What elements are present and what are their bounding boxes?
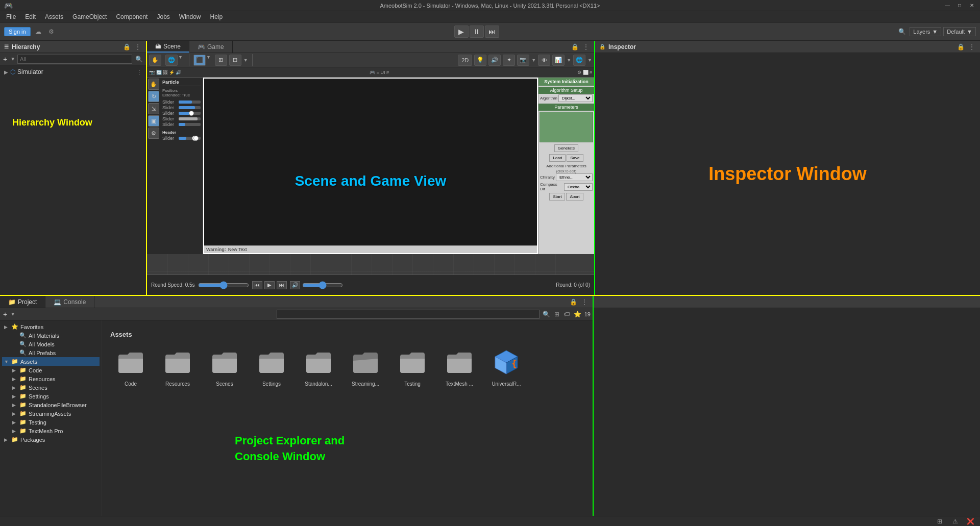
menu-file[interactable]: File [2,12,20,21]
vt-select[interactable]: ▣ [148,115,159,127]
hierarchy-search-input[interactable] [17,55,132,64]
asset-settings[interactable]: Settings [251,346,292,387]
hierarchy-item-more[interactable]: ⋮ [137,69,142,75]
tree-standalone[interactable]: ▶ 📁 StandaloneFileBrowser [2,400,100,409]
tree-testing[interactable]: ▶ 📁 Testing [2,418,100,427]
game-tab[interactable]: 🎮 Game [189,41,233,53]
vt-scale[interactable]: ⇲ [148,103,159,114]
load-btn[interactable]: Load [549,154,566,162]
vt-hand[interactable]: ✋ [148,79,159,90]
project-tab[interactable]: 📁 Project [0,296,45,308]
tree-packages[interactable]: ▶ 📁 Packages [2,435,100,444]
close-btn[interactable]: ✕ [968,2,976,9]
tree-code[interactable]: ▶ 📁 Code [2,366,100,374]
tree-settings[interactable]: ▶ 📁 Settings [2,392,100,400]
tree-all-prefabs[interactable]: 🔍 All Prefabs [2,348,100,357]
tree-streaming[interactable]: ▶ 📁 StreamingAssets [2,409,100,418]
project-fav-btn[interactable]: ⭐ [573,311,582,318]
tree-all-models[interactable]: 🔍 All Models [2,340,100,348]
menu-jobs[interactable]: Jobs [153,12,174,21]
asset-code[interactable]: Code [110,346,151,387]
tool-grid[interactable]: ⊞ [215,55,227,66]
search-icon[interactable]: 🔍 [896,27,908,37]
hierarchy-add-dropdown[interactable]: ▼ [10,56,15,62]
tool-align[interactable]: ⊟ [229,55,241,66]
tree-textmesh[interactable]: ▶ 📁 TextMesh Pro [2,427,100,435]
tool-render[interactable]: 📊 [552,55,565,66]
settings-icon[interactable]: ⚙ [46,27,57,37]
save-btn[interactable]: Save [567,154,583,162]
project-lock-btn[interactable]: 🔒 [569,298,578,306]
scene-tab[interactable]: 🏔 Scene [147,41,189,53]
round-last-btn[interactable]: ⏭ [277,281,287,289]
pause-button[interactable]: ⏸ [470,26,484,38]
tool-globe-dropdown[interactable]: ▼ [178,55,183,66]
scene-more-btn[interactable]: ⋮ [582,43,590,51]
tree-resources[interactable]: ▶ 📁 Resources [2,374,100,383]
project-search-btn[interactable]: 🔍 [542,311,551,318]
tree-scenes[interactable]: ▶ 📁 Scenes [2,383,100,392]
cloud-icon[interactable]: ☁ [33,27,44,37]
status-error-icon[interactable]: ❌ [965,516,976,527]
maximize-btn[interactable]: □ [955,2,964,9]
inspector-lock-btn[interactable]: 🔒 [956,43,966,51]
tool-audio[interactable]: 🔊 [488,55,501,66]
tool-camera[interactable]: 📷 [517,55,529,66]
console-tab[interactable]: 💻 Console [45,296,94,308]
asset-scenes[interactable]: Scenes [204,346,245,387]
tool-2d[interactable]: 2D [458,55,472,66]
slider-bar-1[interactable] [179,101,201,104]
menu-assets[interactable]: Assets [41,12,67,21]
menu-gameobject[interactable]: GameObject [68,12,111,21]
scene-lock-btn[interactable]: 🔒 [570,43,580,51]
slider-bar-3[interactable] [179,112,201,115]
chirality-select[interactable]: Ethno... [556,173,593,181]
asset-standalone[interactable]: Standalon... [298,346,339,387]
minimize-btn[interactable]: — [943,2,951,9]
generate-btn[interactable]: Generate [554,144,578,152]
tool-globe[interactable]: 🌐 [165,55,178,66]
slider-bar-2[interactable] [179,106,201,109]
step-button[interactable]: ⏭ [485,26,499,38]
round-first-btn[interactable]: ⏮ [252,281,262,289]
hierarchy-item-simulator[interactable]: ▶ ⬡ Simulator ⋮ [2,67,144,77]
asset-universal-rp[interactable]: { UniversalR... [486,346,527,387]
volume-slider[interactable] [302,281,343,289]
tool-camera-dropdown[interactable]: ▼ [531,58,536,63]
tree-assets[interactable]: ▼ 📁 Assets [2,357,100,366]
status-layers-icon[interactable]: ⊞ [934,516,945,527]
tool-align-dropdown[interactable]: ▼ [243,58,248,63]
hierarchy-more-btn[interactable]: ⋮ [134,43,142,51]
project-label-btn[interactable]: 🏷 [562,311,571,318]
tool-move-dropdown[interactable]: ▼ [206,55,211,66]
slider-bar-4[interactable] [179,117,201,120]
hierarchy-add-btn[interactable]: + [2,55,8,63]
asset-resources[interactable]: Resources [157,346,198,387]
status-warning-icon[interactable]: ⚠ [949,516,961,527]
project-more-btn[interactable]: ⋮ [580,298,589,306]
play-button[interactable]: ▶ [454,26,469,38]
sign-in-button[interactable]: Sign in [4,27,31,36]
tool-render-dropdown[interactable]: ▼ [567,58,571,63]
tool-gizmos-dropdown[interactable]: ▼ [587,58,592,63]
tool-hand[interactable]: ✋ [149,55,161,66]
volume-icon-btn[interactable]: 🔊 [290,281,300,289]
speed-slider-input[interactable] [198,281,249,289]
project-add-btn[interactable]: + [2,310,8,318]
slider-bar-5[interactable] [179,123,201,126]
tool-effects[interactable]: ✦ [503,55,515,66]
hierarchy-lock-btn[interactable]: 🔒 [122,43,132,51]
asset-textmesh[interactable]: TextMesh ... [439,346,480,387]
round-play-btn[interactable]: ▶ [264,281,275,289]
menu-window[interactable]: Window [175,12,205,21]
compass-dir-select[interactable]: Ockha... [564,183,593,191]
tool-light[interactable]: 💡 [474,55,486,66]
abort-btn[interactable]: Abort [566,193,583,201]
menu-component[interactable]: Component [112,12,152,21]
default-dropdown[interactable]: Default ▼ [943,27,976,36]
algorithm-select[interactable]: Dijkst... [558,94,593,102]
project-search-input[interactable] [277,310,539,319]
project-add-dropdown[interactable]: ▼ [10,311,15,317]
layers-dropdown[interactable]: Layers ▼ [910,27,941,36]
project-filter-btn[interactable]: ⊞ [553,311,560,318]
